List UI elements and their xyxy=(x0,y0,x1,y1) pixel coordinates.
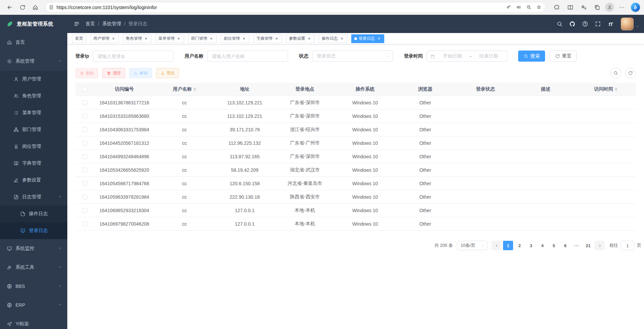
status-select[interactable]: 登录状态 xyxy=(312,51,393,62)
sidebar-item-home[interactable]: 首页 xyxy=(0,33,67,52)
fullscreen-icon[interactable] xyxy=(592,18,604,30)
header-search-icon[interactable] xyxy=(553,18,566,30)
page-button-4[interactable]: 4 xyxy=(537,241,547,250)
copilot-bing-icon[interactable]: b xyxy=(631,3,640,12)
username-input[interactable] xyxy=(207,51,288,62)
help-icon[interactable] xyxy=(579,18,591,30)
sidebar-item-erp[interactable]: ERP xyxy=(0,296,67,315)
prev-page-button[interactable] xyxy=(492,241,502,250)
sort-icon[interactable] xyxy=(615,88,617,91)
page-button-21[interactable]: 21 xyxy=(583,241,593,250)
row-checkbox[interactable] xyxy=(82,181,87,186)
tab-close-icon[interactable]: × xyxy=(339,36,344,41)
browser-refresh-button[interactable] xyxy=(17,2,28,13)
goto-page-input[interactable] xyxy=(621,241,634,250)
search-button[interactable]: 搜索 xyxy=(518,51,545,62)
split-screen-icon[interactable] xyxy=(565,2,576,13)
table-row[interactable]: 1641031533185863680cc113.102.129.221广东省-… xyxy=(75,109,636,123)
table-row[interactable]: 1641054566717984768cc120.6.150.158河北省-秦皇… xyxy=(75,177,636,190)
table-row[interactable]: 1641069798270046208cc127.0.0.1本地-本机Windo… xyxy=(75,217,636,231)
tab-close-icon[interactable]: × xyxy=(274,36,279,41)
sidebar-item-dict[interactable]: 字典管理 xyxy=(0,155,67,172)
sidebar-toggle-icon[interactable] xyxy=(71,18,83,30)
tab-post[interactable]: 岗位管理× xyxy=(221,34,249,43)
reset-button[interactable]: 重置 xyxy=(550,51,577,62)
browser-menu-icon[interactable] xyxy=(616,2,628,13)
export-button[interactable]: 导出 xyxy=(156,68,179,78)
tab-dict[interactable]: 字典管理× xyxy=(253,34,282,43)
favorite-star-icon[interactable] xyxy=(534,3,543,12)
toggle-search-icon[interactable] xyxy=(610,68,621,78)
font-size-icon[interactable]: tT xyxy=(605,18,617,30)
browser-profile-avatar[interactable] xyxy=(605,3,614,12)
read-aloud-icon[interactable] xyxy=(514,3,523,12)
breadcrumb-item-home[interactable]: 首页 xyxy=(85,21,95,27)
user-menu-caret-icon[interactable] xyxy=(636,24,639,30)
sidebar-item-role[interactable]: 角色管理 xyxy=(0,88,67,104)
browser-home-button[interactable] xyxy=(30,2,41,13)
refresh-table-icon[interactable] xyxy=(625,68,636,78)
favorites-icon[interactable] xyxy=(578,2,589,13)
user-avatar[interactable] xyxy=(621,18,634,30)
github-icon[interactable] xyxy=(566,18,578,30)
row-checkbox[interactable] xyxy=(82,127,87,132)
sidebar-item-config[interactable]: 参数设置 xyxy=(0,172,67,189)
sidebar-item-logininfor[interactable]: 登录日志 xyxy=(0,222,67,239)
select-all-checkbox[interactable] xyxy=(82,87,87,92)
table-row[interactable]: 1641069652933218304cc127.0.0.1本地-本机Windo… xyxy=(75,204,636,217)
tab-close-icon[interactable]: × xyxy=(242,36,246,41)
sidebar-item-bbs[interactable]: BBS xyxy=(0,277,67,296)
row-checkbox[interactable] xyxy=(82,195,87,199)
table-row[interactable]: 1641044993248464896cc113.87.92.165广东省-深圳… xyxy=(75,150,636,163)
extensions-icon[interactable] xyxy=(551,2,563,13)
tab-close-icon[interactable]: × xyxy=(144,36,148,41)
sidebar-item-log[interactable]: 日志管理 xyxy=(0,189,67,205)
sidebar-item-system[interactable]: 系统管理 xyxy=(0,52,67,71)
tab-role[interactable]: 角色管理× xyxy=(123,34,151,43)
clear-button[interactable]: 清空 xyxy=(102,68,125,78)
row-checkbox[interactable] xyxy=(82,222,87,226)
next-page-button[interactable] xyxy=(595,241,605,250)
breadcrumb-item-system[interactable]: 系统管理 xyxy=(102,21,121,27)
table-row[interactable]: 1641053426655825920cc58.19.42.209湖北省-武汉市… xyxy=(75,163,636,177)
collections-icon[interactable] xyxy=(592,2,603,13)
more-pages-button[interactable]: ··· xyxy=(572,241,582,250)
login-time-range-picker[interactable]: 开始日期 - 结束日期 xyxy=(427,51,507,62)
row-checkbox[interactable] xyxy=(82,114,87,119)
tab-menu[interactable]: 菜单管理× xyxy=(155,34,184,43)
table-row[interactable]: 1641059633978281984cc222.90.130.18陕西省-西安… xyxy=(75,190,636,204)
tab-close-icon[interactable]: × xyxy=(307,36,312,41)
browser-back-button[interactable] xyxy=(4,2,15,13)
table-row[interactable]: 1641044520567181312cc112.96.225.132广东省-广… xyxy=(75,136,636,150)
tab-close-icon[interactable]: × xyxy=(111,36,116,41)
tab-close-icon[interactable]: × xyxy=(209,36,214,41)
tab-dept[interactable]: 部门管理× xyxy=(188,34,217,43)
table-row[interactable]: 1641031367863177216cc113.102.129.221广东省-… xyxy=(75,96,636,109)
sort-icon[interactable] xyxy=(193,88,196,91)
column-header-user[interactable]: 用户名称 xyxy=(154,83,215,96)
sidebar-item-operlog[interactable]: 操作日志 xyxy=(0,205,67,222)
sidebar-item-tool[interactable]: 系统工具 xyxy=(0,258,67,277)
page-size-select[interactable]: 10条/页 xyxy=(457,241,488,250)
page-button-6[interactable]: 6 xyxy=(560,241,570,250)
page-button-5[interactable]: 5 xyxy=(549,241,559,250)
tab-close-icon[interactable]: × xyxy=(377,36,381,41)
login-ip-input[interactable] xyxy=(93,51,174,62)
unlock-button[interactable]: 解锁 xyxy=(129,68,152,78)
sidebar-item-yiframe[interactable]: Yi框架 xyxy=(0,315,67,329)
row-checkbox[interactable] xyxy=(82,141,87,145)
sidebar-item-menu[interactable]: 菜单管理 xyxy=(0,104,67,121)
delete-button[interactable]: 删除 xyxy=(75,68,98,78)
sidebar-item-user[interactable]: 用户管理 xyxy=(0,71,67,88)
page-button-2[interactable]: 2 xyxy=(514,241,525,250)
row-checkbox[interactable] xyxy=(82,154,87,159)
column-header-time[interactable]: 访问时间 xyxy=(576,83,636,96)
tab-user[interactable]: 用户管理× xyxy=(90,34,119,43)
row-checkbox[interactable] xyxy=(82,208,87,213)
sidebar-item-post[interactable]: 岗位管理 xyxy=(0,138,67,155)
tab-config[interactable]: 参数设置× xyxy=(286,34,315,43)
sidebar-item-dept[interactable]: 部门管理 xyxy=(0,121,67,138)
site-info-icon[interactable] xyxy=(49,5,54,10)
tab-close-icon[interactable]: × xyxy=(176,36,181,41)
tab-operlog[interactable]: 操作日志× xyxy=(319,34,347,43)
